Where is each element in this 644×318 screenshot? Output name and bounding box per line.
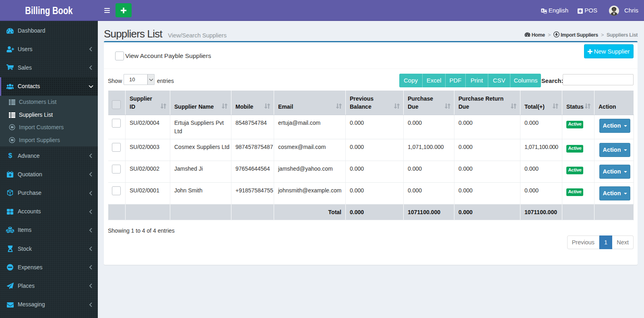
- svg-text:$: $: [8, 152, 12, 159]
